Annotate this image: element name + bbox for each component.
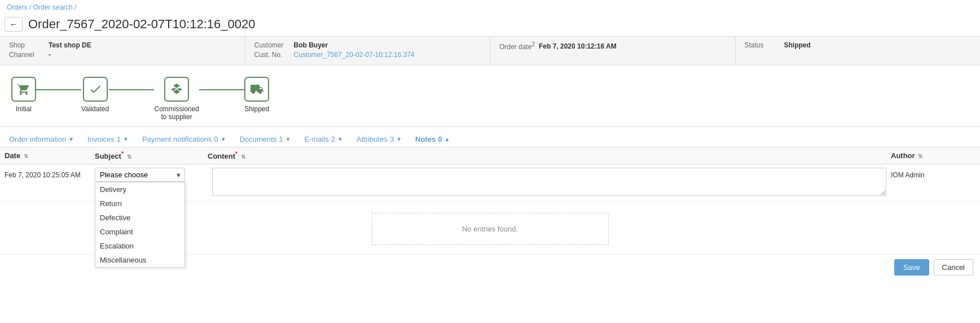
- tab-payment-notifications-chevron: ▼: [221, 136, 226, 142]
- order-date-cell: Order date2 Feb 7, 2020 10:12:16 AM: [490, 37, 736, 65]
- tab-notes-label: Notes: [415, 135, 436, 143]
- breadcrumb-orders-link[interactable]: Orders: [7, 3, 28, 11]
- tab-emails[interactable]: E-mails 2 ▼: [298, 132, 350, 147]
- tab-documents-label: Documents: [240, 135, 277, 143]
- tab-documents-count: 1: [279, 135, 283, 143]
- notes-table: Date ⇅ Subject* ⇅ Content* ⇅ Author ⇅ Fe…: [0, 147, 980, 254]
- tab-emails-label: E-mails: [305, 135, 329, 143]
- customer-label: Customer: [254, 41, 294, 49]
- tab-documents-chevron: ▼: [285, 136, 291, 142]
- content-textarea[interactable]: [212, 168, 886, 196]
- step-validated: Validated: [81, 77, 109, 113]
- tab-order-information-chevron: ▼: [68, 136, 74, 142]
- dropdown-item-defective[interactable]: Defective: [95, 211, 184, 225]
- dropdown-item-return[interactable]: Return: [95, 197, 184, 211]
- tabs-bar: Order information ▼ Invoices 1 ▼ Payment…: [0, 127, 980, 147]
- tab-payment-notifications[interactable]: Payment notifications 0 ▼: [135, 132, 233, 147]
- tab-notes-chevron: ▲: [444, 136, 450, 142]
- row-content: [208, 168, 891, 198]
- step-label-initial: Initial: [16, 105, 32, 113]
- tab-notes[interactable]: Notes 0 ▲: [408, 132, 456, 147]
- tab-attributes-label: Attributes: [357, 135, 388, 143]
- order-date-value: Feb 7, 2020 10:12:16 AM: [539, 42, 617, 50]
- dropdown-item-delivery[interactable]: Delivery: [95, 182, 184, 197]
- no-entries-text: No entries found.: [462, 225, 518, 233]
- save-button[interactable]: Save: [894, 259, 929, 276]
- channel-value: -: [49, 51, 51, 59]
- step-initial: Initial: [11, 77, 36, 113]
- no-entries-box: No entries found.: [372, 213, 609, 245]
- sort-icon-author[interactable]: ⇅: [918, 153, 922, 159]
- cust-no-label: Cust. No.: [254, 51, 294, 59]
- cancel-button[interactable]: Cancel: [934, 259, 973, 276]
- col-header-content: Content* ⇅: [208, 151, 891, 160]
- page-header: ← Order_7567_2020-02-07T10:12:16_0020: [0, 15, 980, 36]
- connector-1: [36, 89, 81, 90]
- subject-dropdown-menu: Delivery Return Defective Complaint Esca…: [95, 182, 185, 268]
- tab-emails-chevron: ▼: [337, 136, 343, 142]
- dropdown-item-escalation[interactable]: Escalation: [95, 239, 184, 253]
- tab-invoices[interactable]: Invoices 1 ▼: [81, 132, 135, 147]
- connector-2: [109, 89, 154, 90]
- dropdown-scrollbar-area: Delivery Return Defective Complaint Esca…: [95, 182, 184, 267]
- back-button[interactable]: ←: [5, 17, 23, 32]
- info-bar: Shop Test shop DE Channel - Customer Bob…: [0, 36, 980, 66]
- tab-payment-notifications-count: 0: [214, 135, 218, 143]
- col-header-date: Date ⇅: [5, 151, 95, 160]
- tab-documents[interactable]: Documents 1 ▼: [233, 132, 298, 147]
- tab-invoices-label: Invoices: [87, 135, 115, 143]
- connector-3: [199, 89, 244, 90]
- status-label: Status: [745, 41, 784, 49]
- shop-label: Shop: [9, 41, 49, 49]
- row-author: IOM Admin: [891, 168, 975, 179]
- tab-order-information-label: Order information: [9, 135, 66, 143]
- tab-attributes-chevron: ▼: [396, 136, 402, 142]
- step-shipped: Shipped: [244, 77, 269, 113]
- breadcrumb-order-search-link[interactable]: Order search: [33, 3, 73, 11]
- step-label-shipped: Shipped: [244, 105, 269, 113]
- status-cell: Status Shipped: [736, 37, 981, 65]
- sort-icon-date[interactable]: ⇅: [24, 153, 28, 159]
- table-row: Feb 7, 2020 10:25:05 AM Please choose ▼ …: [0, 164, 980, 202]
- step-icon-initial: [11, 77, 36, 102]
- customer-cell: Customer Bob Buyer Cust. No. Customer_75…: [245, 37, 491, 65]
- tab-attributes-count: 3: [390, 135, 394, 143]
- row-date: Feb 7, 2020 10:25:05 AM: [5, 168, 95, 179]
- step-label-validated: Validated: [81, 105, 109, 113]
- shop-value: Test shop DE: [49, 41, 91, 49]
- tab-payment-notifications-label: Payment notifications: [142, 135, 212, 143]
- dropdown-item-complaint[interactable]: Complaint: [95, 225, 184, 239]
- step-icon-shipped: [244, 77, 269, 102]
- step-label-commissioned: Commissioned to supplier: [154, 105, 199, 121]
- col-header-subject: Subject* ⇅: [95, 151, 208, 160]
- shop-cell: Shop Test shop DE Channel -: [0, 37, 245, 65]
- col-header-author: Author ⇅: [891, 151, 975, 160]
- cust-no-value[interactable]: Customer_7567_20-02-07-10:12:16.374: [294, 51, 415, 59]
- customer-value: Bob Buyer: [294, 41, 328, 49]
- dropdown-scroll: Delivery Return Defective Complaint Esca…: [95, 182, 184, 267]
- dropdown-item-miscellaneous[interactable]: Miscellaneous: [95, 253, 184, 267]
- order-date-label: Order date2: [499, 41, 539, 51]
- page-title: Order_7567_2020-02-07T10:12:16_0020: [28, 17, 255, 32]
- tab-invoices-chevron: ▼: [123, 136, 129, 142]
- subject-select[interactable]: Please choose: [95, 168, 185, 182]
- breadcrumb: Orders / Order search /: [0, 0, 980, 15]
- tab-invoices-count: 1: [117, 135, 121, 143]
- tab-order-information[interactable]: Order information ▼: [2, 132, 81, 147]
- sort-icon-content[interactable]: ⇅: [241, 154, 245, 160]
- subject-select-wrapper: Please choose ▼ Delivery Return Defectiv…: [95, 168, 185, 182]
- status-value: Shipped: [784, 41, 811, 49]
- tab-emails-count: 2: [331, 135, 335, 143]
- progress-steps: Initial Validated Commissioned to suppli…: [0, 66, 980, 127]
- table-header: Date ⇅ Subject* ⇅ Content* ⇅ Author ⇅: [0, 147, 980, 164]
- tab-notes-count: 0: [438, 135, 442, 143]
- tab-attributes[interactable]: Attributes 3 ▼: [350, 132, 408, 147]
- sort-icon-subject[interactable]: ⇅: [127, 154, 131, 160]
- step-icon-commissioned: [164, 77, 189, 102]
- step-icon-validated: [83, 77, 108, 102]
- row-subject: Please choose ▼ Delivery Return Defectiv…: [95, 168, 208, 182]
- channel-label: Channel: [9, 51, 49, 59]
- step-commissioned: Commissioned to supplier: [154, 77, 199, 121]
